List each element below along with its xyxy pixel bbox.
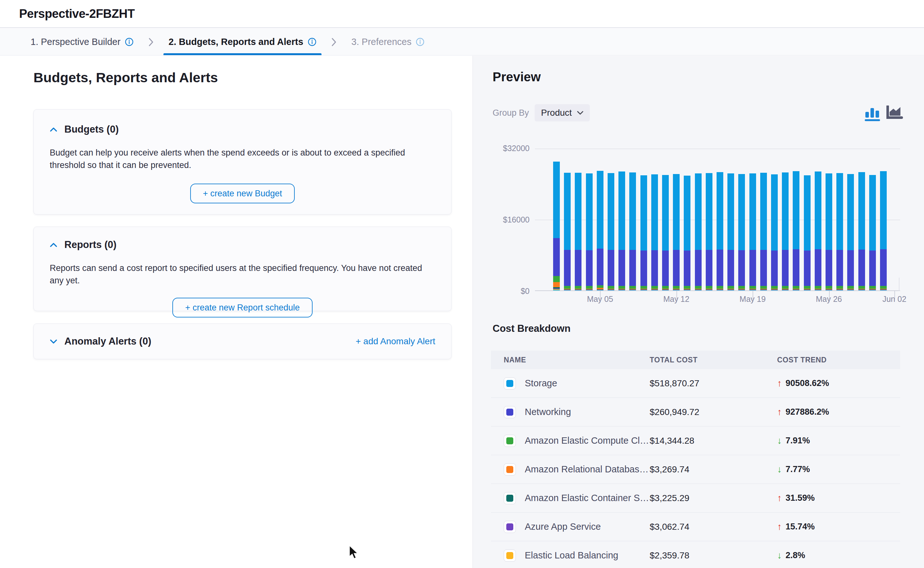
- series-color-swatch[interactable]: [504, 435, 516, 447]
- bar-segment: [641, 175, 647, 251]
- tab-perspective-builder[interactable]: 1. Perspective Builder: [26, 29, 139, 55]
- info-icon[interactable]: [125, 38, 134, 46]
- bar-segment: [782, 290, 788, 290]
- stacked-bar-may-31[interactable]: [880, 171, 887, 290]
- series-color-swatch[interactable]: [504, 406, 516, 418]
- info-icon[interactable]: [308, 38, 317, 46]
- collapse-chevron-up-icon[interactable]: [50, 242, 57, 247]
- bar-segment: [771, 174, 778, 250]
- area-chart-view-icon[interactable]: [886, 106, 903, 121]
- stacked-bar-may-23[interactable]: [793, 171, 799, 290]
- bar-segment: [760, 286, 767, 289]
- table-row[interactable]: Amazon Relational Database...$3,269.74↓7…: [491, 455, 900, 484]
- stacked-bar-may-26[interactable]: [826, 174, 832, 290]
- stacked-bar-may-10[interactable]: [651, 174, 658, 290]
- expand-chevron-down-icon[interactable]: [50, 339, 57, 344]
- cost-bar-chart: May 05May 12May 19May 26Jun 02: [535, 148, 900, 291]
- table-row[interactable]: Azure App Service$3,062.74↑15.74%: [491, 512, 900, 541]
- column-header-cost-trend: COST TREND: [777, 356, 900, 364]
- bar-chart-view-icon[interactable]: [865, 104, 881, 121]
- stacked-bar-may-11[interactable]: [662, 175, 669, 290]
- stacked-bar-may-12[interactable]: [673, 174, 680, 290]
- x-axis-label: Jun 02: [869, 295, 920, 304]
- trend-down-arrow-icon: ↓: [777, 435, 782, 446]
- table-row[interactable]: Amazon Elastic Compute Clo...$14,344.28↓…: [491, 426, 900, 455]
- trend-up-arrow-icon: ↑: [777, 521, 782, 532]
- stacked-bar-may-05[interactable]: [597, 171, 603, 290]
- stacked-bar-may-18[interactable]: [738, 174, 745, 290]
- stacked-bar-may-01[interactable]: [553, 162, 560, 290]
- series-color-fill: [506, 466, 513, 473]
- bar-segment: [695, 250, 702, 286]
- row-cost-trend: 31.59%: [786, 493, 815, 503]
- tab-label: 1. Perspective Builder: [30, 37, 121, 47]
- stacked-bar-may-02[interactable]: [564, 173, 571, 290]
- series-color-fill: [506, 409, 513, 415]
- stacked-bar-may-13[interactable]: [684, 176, 690, 290]
- bar-segment: [673, 290, 680, 290]
- bar-segment: [641, 251, 647, 286]
- stacked-bar-may-04[interactable]: [586, 174, 592, 290]
- bar-segment: [869, 251, 876, 286]
- table-row[interactable]: Networking$260,949.72↑927886.2%: [491, 398, 900, 426]
- anomaly-card-title: Anomaly Alerts (0): [64, 335, 151, 347]
- add-anomaly-alert-link[interactable]: + add Anomaly Alert: [356, 336, 435, 346]
- stacked-bar-may-17[interactable]: [727, 174, 734, 290]
- series-color-swatch[interactable]: [504, 492, 516, 504]
- series-color-swatch[interactable]: [504, 378, 516, 390]
- stacked-bar-may-09[interactable]: [641, 175, 647, 290]
- stacked-bar-may-30[interactable]: [869, 175, 876, 290]
- table-row[interactable]: Storage$518,870.27↑90508.62%: [491, 369, 900, 398]
- bar-segment: [869, 286, 876, 289]
- series-color-swatch[interactable]: [504, 521, 516, 533]
- stacked-bar-may-22[interactable]: [782, 172, 788, 290]
- bar-segment: [826, 174, 832, 250]
- bar-segment: [837, 173, 843, 250]
- stacked-bar-may-08[interactable]: [629, 172, 636, 290]
- y-axis-label: $16000: [488, 215, 529, 224]
- row-name: Networking: [525, 407, 571, 417]
- bar-segment: [804, 175, 811, 251]
- stacked-bar-may-29[interactable]: [858, 172, 865, 291]
- stacked-bar-may-20[interactable]: [760, 173, 767, 290]
- wizard-tab-bar: 1. Perspective Builder 2. Budgets, Repor…: [0, 29, 924, 56]
- create-report-button[interactable]: + create new Report schedule: [172, 298, 312, 317]
- page-title: Perspective-2FBZHT: [19, 7, 135, 21]
- bar-segment: [662, 286, 669, 289]
- bar-segment: [847, 290, 854, 290]
- bar-segment: [858, 172, 865, 249]
- info-icon[interactable]: [416, 38, 424, 46]
- bar-segment: [662, 251, 669, 286]
- stacked-bar-may-16[interactable]: [717, 172, 723, 290]
- bar-segment: [706, 173, 713, 250]
- series-color-swatch[interactable]: [504, 464, 516, 476]
- stacked-bar-may-14[interactable]: [695, 174, 702, 290]
- column-header-name: NAME: [491, 356, 650, 364]
- bar-segment: [804, 251, 811, 286]
- table-row[interactable]: Elastic Load Balancing$2,359.78↓2.8%: [491, 541, 900, 568]
- stacked-bar-may-27[interactable]: [837, 173, 843, 290]
- bar-segment: [618, 290, 625, 290]
- bar-segment: [847, 250, 854, 286]
- stacked-bar-may-28[interactable]: [847, 174, 854, 290]
- stacked-bar-may-21[interactable]: [771, 174, 778, 290]
- row-total-cost: $3,062.74: [650, 522, 777, 532]
- create-budget-button[interactable]: + create new Budget: [190, 184, 295, 203]
- series-color-swatch[interactable]: [504, 550, 516, 562]
- stacked-bar-may-19[interactable]: [749, 174, 756, 290]
- stacked-bar-may-07[interactable]: [618, 171, 625, 290]
- stacked-bar-may-03[interactable]: [575, 173, 582, 290]
- table-row[interactable]: Amazon Elastic Container Se...$3,225.29↑…: [491, 484, 900, 512]
- budgets-card-title: Budgets (0): [64, 124, 119, 135]
- stacked-bar-may-25[interactable]: [815, 171, 822, 290]
- collapse-chevron-up-icon[interactable]: [50, 127, 57, 132]
- trend-down-arrow-icon: ↓: [777, 550, 782, 560]
- stacked-bar-may-15[interactable]: [706, 173, 713, 290]
- bar-segment: [706, 290, 713, 290]
- tab-budgets-reports-and-alerts[interactable]: 2. Budgets, Reports and Alerts: [163, 29, 321, 55]
- stacked-bar-may-24[interactable]: [804, 175, 811, 290]
- column-header-total-cost: TOTAL COST: [650, 356, 777, 364]
- group-by-select[interactable]: Product: [535, 104, 590, 121]
- tab-preferences[interactable]: 3. Preferences: [346, 29, 430, 55]
- stacked-bar-may-06[interactable]: [607, 173, 614, 290]
